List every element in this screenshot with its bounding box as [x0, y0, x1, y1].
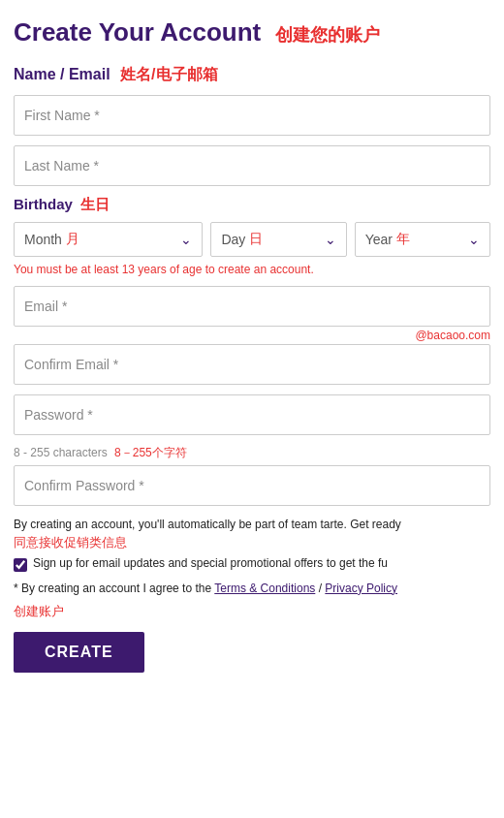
password-group [14, 394, 490, 435]
promo-text: By creating an account, you'll automatic… [14, 516, 490, 552]
name-email-section-label: Name / Email 姓名/电子邮箱 [14, 65, 490, 85]
promo-checkbox[interactable] [14, 558, 27, 572]
confirm-email-input[interactable] [14, 344, 490, 385]
promo-checkbox-row: Sign up for email updates and special pr… [14, 556, 490, 572]
password-input[interactable] [14, 394, 490, 435]
page-title: Create Your Account 创建您的账户 [14, 17, 490, 47]
first-name-group [14, 95, 490, 136]
watermark: @bacaoo.com [14, 329, 490, 342]
day-select-wrap[interactable]: Day 日 ⌄ Day 010203 [210, 222, 346, 257]
birthday-row: Month 月 ⌄ Month 010203 040506 070809 101… [14, 222, 490, 257]
confirm-password-input[interactable] [14, 465, 490, 506]
terms-link[interactable]: Terms & Conditions [214, 582, 315, 595]
terms-text: * By creating an account I agree to the … [14, 580, 490, 597]
month-select-wrap[interactable]: Month 月 ⌄ Month 010203 040506 070809 101… [14, 222, 203, 257]
email-input[interactable] [14, 286, 490, 327]
first-name-input[interactable] [14, 95, 490, 136]
confirm-password-group [14, 465, 490, 506]
create-button[interactable]: CREATE [14, 632, 144, 673]
last-name-group [14, 145, 490, 186]
age-notice: You must be at least 13 years of age to … [14, 263, 490, 276]
privacy-link[interactable]: Privacy Policy [325, 582, 397, 595]
email-group [14, 286, 490, 327]
year-select-wrap[interactable]: Year 年 ⌄ Year 200019991998 [355, 222, 490, 257]
password-hint: 8 - 255 characters 8－255个字符 [14, 445, 490, 461]
confirm-email-group [14, 344, 490, 385]
birthday-label: Birthday 生日 [14, 196, 490, 214]
last-name-input[interactable] [14, 145, 490, 186]
create-account-cn: 创建账户 [14, 603, 490, 620]
